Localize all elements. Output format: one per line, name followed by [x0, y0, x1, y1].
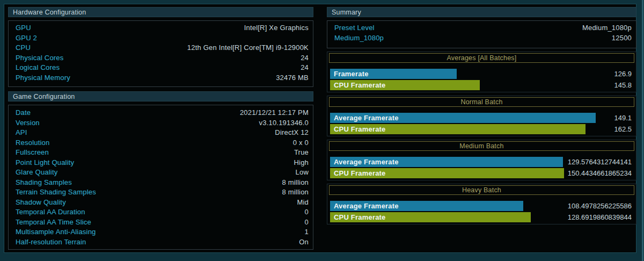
framerate-bar-value: 150.4434661865234 — [568, 168, 632, 178]
framerate-bar-row: Average Framerate 129.5764312744141 — [330, 157, 632, 167]
preset-row-value: 12500 — [612, 33, 636, 44]
config-row-value: 2021/12/21 12:17 PM — [240, 108, 313, 118]
framerate-bar-label: CPU Framerate — [334, 125, 386, 133]
framerate-bar-value: 162.5 — [614, 124, 632, 134]
config-row: CPU 12th Gen Intel[R] Core[TM] i9-12900K — [9, 43, 313, 53]
config-row: Physical Cores 24 — [9, 53, 313, 63]
preset-row: Preset Level Medium_1080p — [327, 23, 636, 33]
batch-bars: Average Framerate 108.4978256225586 CPU … — [330, 201, 632, 222]
config-row-label: Version — [9, 118, 40, 128]
config-row-label: GPU — [9, 23, 31, 33]
config-row-label: Shading Samples — [9, 178, 72, 188]
preset-row-label: Medium_1080p — [327, 33, 384, 44]
config-row-label: GPU 2 — [9, 33, 37, 44]
config-row-value: DirectX 12 — [275, 128, 313, 138]
config-row-value: Low — [296, 168, 313, 178]
left-column: Hardware Configuration GPU Intel[R] Xe G… — [8, 7, 313, 250]
game-config-header: Game Configuration — [8, 91, 313, 102]
batch-title: Averages [All Batches] — [329, 53, 634, 63]
config-row-label: Physical Cores — [9, 53, 64, 63]
framerate-bar-row: Average Framerate 149.1 — [330, 113, 632, 123]
config-row-label: Fullscreen — [9, 148, 49, 158]
batch-bars: Average Framerate 129.5764312744141 CPU … — [330, 157, 632, 178]
config-row: Shading Samples 8 million — [9, 178, 313, 188]
framerate-bar-value: 128.6919860839844 — [568, 212, 632, 222]
config-row-label: Logical Cores — [9, 63, 60, 73]
config-row-label: Glare Quality — [9, 168, 57, 178]
config-row: Temporal AA Time Slice 0 — [9, 218, 313, 228]
config-row: Temporal AA Duration 0 — [9, 207, 313, 218]
framerate-bar-row: CPU Framerate 128.6919860839844 — [330, 212, 632, 222]
framerate-bar-value: 108.4978256225586 — [568, 201, 632, 211]
framerate-bar: Average Framerate — [330, 201, 523, 211]
config-row: GPU 2 — [9, 33, 313, 44]
config-row: Multisample Anti-Aliasing 1 — [9, 227, 313, 237]
config-row-label: Date — [9, 108, 31, 118]
config-row-value: 0 — [305, 207, 313, 218]
config-row-value: 32476 MB — [276, 73, 313, 83]
config-row: Terrain Shading Samples 8 million — [9, 187, 313, 198]
config-row-value: 24 — [301, 53, 313, 63]
framerate-bar: CPU Framerate — [330, 124, 586, 134]
framerate-bar: Framerate — [330, 69, 457, 79]
config-row: Version v3.10.191346.0 — [9, 118, 313, 128]
config-row-label: CPU — [9, 43, 31, 53]
config-row: Date 2021/12/21 12:17 PM — [9, 108, 313, 118]
preset-row: Medium_1080p 12500 — [327, 33, 636, 44]
config-row-label: Physical Memory — [9, 73, 70, 83]
content-area: Hardware Configuration GPU Intel[R] Xe G… — [4, 4, 636, 253]
framerate-bar-label: Average Framerate — [334, 202, 399, 210]
config-row-label: Point Light Quality — [9, 158, 74, 168]
framerate-bar-value: 129.5764312744141 — [568, 157, 632, 167]
config-row-label: Temporal AA Time Slice — [9, 218, 91, 228]
framerate-bar: Average Framerate — [330, 113, 596, 123]
config-row-label: API — [9, 128, 27, 138]
config-row-label: Resolution — [9, 138, 49, 148]
framerate-bar-label: CPU Framerate — [334, 169, 386, 177]
config-row-value: Intel[R] Xe Graphics — [244, 23, 313, 33]
batch-group: Normal Batch Average Framerate 149.1 — [327, 96, 636, 136]
config-row: GPU Intel[R] Xe Graphics — [9, 23, 313, 33]
config-row-value: On — [299, 237, 313, 248]
framerate-bar-label: CPU Framerate — [334, 81, 386, 89]
batch-title: Normal Batch — [329, 97, 634, 107]
preset-box: Preset Level Medium_1080p Medium_1080p 1… — [327, 20, 636, 48]
preset-row-label: Preset Level — [327, 23, 375, 33]
framerate-bar-label: Average Framerate — [334, 158, 399, 166]
config-row: Physical Memory 32476 MB — [9, 73, 313, 83]
config-row-value: 8 million — [282, 178, 313, 188]
framerate-bar-value: 149.1 — [614, 113, 632, 123]
config-row: Fullscreen True — [9, 148, 313, 158]
config-row: Shadow Quality Mid — [9, 198, 313, 208]
config-row-value: Mid — [297, 198, 313, 208]
config-row: Point Light Quality High — [9, 158, 313, 168]
benchmark-results-screen: Hardware Configuration GPU Intel[R] Xe G… — [0, 0, 644, 261]
config-row: Logical Cores 24 — [9, 63, 313, 73]
config-row: Resolution 0 x 0 — [9, 138, 313, 148]
config-row-value: 24 — [301, 63, 313, 73]
framerate-bar-row: CPU Framerate 145.8 — [330, 80, 632, 90]
config-row-label: Half-resolution Terrain — [9, 237, 86, 248]
game-config-box: Date 2021/12/21 12:17 PM Version v3.10.1… — [8, 105, 313, 250]
batch-bars: Framerate 126.9 CPU Framerate 145.8 — [330, 69, 632, 90]
preset-row-value: Medium_1080p — [582, 23, 636, 33]
summary-header: Summary — [327, 7, 636, 17]
framerate-bar: Average Framerate — [330, 157, 563, 167]
config-row-label: Temporal AA Duration — [9, 207, 85, 218]
config-row: Glare Quality Low — [9, 168, 313, 178]
framerate-bar: CPU Framerate — [330, 212, 531, 222]
batch-sections: Averages [All Batches] Framerate 126.9 — [327, 52, 636, 224]
framerate-bar-row: Framerate 126.9 — [330, 69, 632, 79]
config-row-label: Multisample Anti-Aliasing — [9, 227, 96, 237]
config-row: API DirectX 12 — [9, 128, 313, 138]
batch-group: Averages [All Batches] Framerate 126.9 — [327, 52, 636, 92]
hardware-config-header: Hardware Configuration — [8, 7, 313, 17]
config-row-value: High — [294, 158, 313, 168]
framerate-bar-label: CPU Framerate — [334, 213, 386, 221]
framerate-bar-row: CPU Framerate 162.5 — [330, 124, 632, 134]
framerate-bar: CPU Framerate — [330, 168, 564, 178]
framerate-bar-label: Average Framerate — [334, 114, 399, 122]
hardware-config-title: Hardware Configuration — [13, 9, 86, 16]
framerate-bar-value: 145.8 — [614, 80, 632, 90]
config-row-value: 1 — [305, 227, 313, 237]
